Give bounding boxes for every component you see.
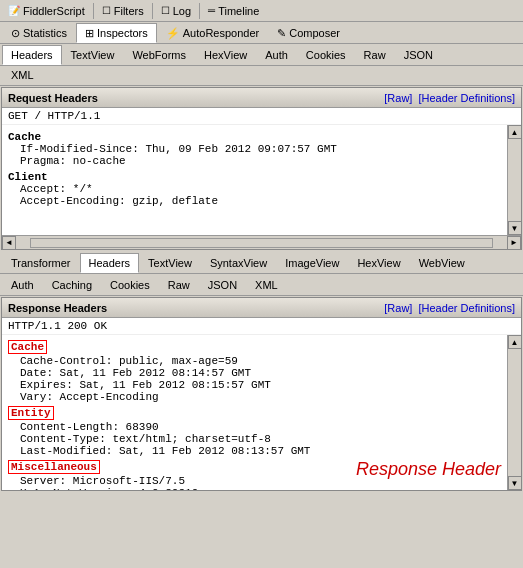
tab-resp-xml[interactable]: XML [246,275,287,295]
toolbar-sep-1 [93,3,94,19]
resp-vscroll-down-btn[interactable]: ▼ [508,476,522,490]
log-icon: ☐ [161,5,170,16]
filters-icon: ☐ [102,5,111,16]
req-header-line: Accept-Encoding: gzip, deflate [8,195,515,207]
request-header-defs-link[interactable]: [Header Definitions] [418,92,515,104]
tab-resp-caching[interactable]: Caching [43,275,101,295]
toolbar-sep-3 [199,3,200,19]
resp-header-line: X-AspNet-Version: 4.0.30319 [8,487,505,490]
resp-header-line: Vary: Accept-Encoding [8,391,505,403]
resp-section-misc: Miscellaneous [8,460,100,474]
request-raw-link[interactable]: [Raw] [384,92,412,104]
request-http-line: GET / HTTP/1.1 [2,108,521,125]
tab-response-textview[interactable]: TextView [139,253,201,273]
tab-textview[interactable]: TextView [62,45,124,65]
vscroll-up-btn[interactable]: ▲ [508,125,522,139]
hscroll-right-btn[interactable]: ► [507,236,521,250]
xml-subtab-row: XML [0,66,523,86]
tab-inspectors[interactable]: ⊞ Inspectors [76,23,157,43]
main-toolbar: 📝 FiddlerScript ☐ Filters ☐ Log ═ Timeli… [0,0,523,22]
tab-response-headers[interactable]: Headers [80,253,140,273]
request-headers-section: Request Headers [Raw] [Header Definition… [1,87,522,250]
request-headers-title: Request Headers [8,92,98,104]
timeline-button[interactable]: ═ Timeline [202,4,265,18]
response-http-line: HTTP/1.1 200 OK [2,318,521,335]
tab-resp-auth[interactable]: Auth [2,275,43,295]
tab-syntaxview[interactable]: SyntaxView [201,253,276,273]
autoresponder-icon: ⚡ [166,27,180,40]
resp-header-line: Content-Length: 68390 [8,421,505,433]
statistics-icon: ⊙ [11,27,20,40]
request-vscroll[interactable]: ▲ ▼ [507,125,521,235]
resp-vscroll-up-btn[interactable]: ▲ [508,335,522,349]
timeline-icon: ═ [208,5,215,16]
tab-imageview[interactable]: ImageView [276,253,348,273]
resp-header-line: Last-Modified: Sat, 11 Feb 2012 08:13:57… [8,445,505,457]
fiddlerscript-icon: 📝 [8,5,20,16]
vscroll-down-btn[interactable]: ▼ [508,221,522,235]
req-header-line: If-Modified-Since: Thu, 09 Feb 2012 09:0… [8,143,515,155]
resp-header-line: Server: Microsoft-IIS/7.5 [8,475,505,487]
request-header-links: [Raw] [Header Definitions] [384,92,515,104]
tab-statistics[interactable]: ⊙ Statistics [2,23,76,43]
tab-transformer[interactable]: Transformer [2,253,80,273]
composer-icon: ✎ [277,27,286,40]
log-button[interactable]: ☐ Log [155,4,197,18]
resp-header-line: Date: Sat, 11 Feb 2012 08:14:57 GMT [8,367,505,379]
response-header-links: [Raw] [Header Definitions] [384,302,515,314]
tab-headers[interactable]: Headers [2,45,62,65]
tab-auth[interactable]: Auth [256,45,297,65]
request-hscroll[interactable]: ◄ ► [2,235,521,249]
tab-autoresponder[interactable]: ⚡ AutoResponder [157,23,268,43]
inspectors-icon: ⊞ [85,27,94,40]
request-headers-panel-header: Request Headers [Raw] [Header Definition… [2,88,521,108]
toolbar-sep-2 [152,3,153,19]
tab-webforms[interactable]: WebForms [123,45,195,65]
subtab-xml[interactable]: XML [2,67,43,85]
tab-resp-raw[interactable]: Raw [159,275,199,295]
tab-resp-cookies[interactable]: Cookies [101,275,159,295]
tab-response-hexview[interactable]: HexView [348,253,409,273]
req-header-line: Pragma: no-cache [8,155,515,167]
tab-hexview[interactable]: HexView [195,45,256,65]
vscroll-track[interactable] [509,139,521,221]
tab-webview[interactable]: WebView [410,253,474,273]
req-header-line: Accept: */* [8,183,515,195]
response-raw-link[interactable]: [Raw] [384,302,412,314]
main-tab-row: ⊙ Statistics ⊞ Inspectors ⚡ AutoResponde… [0,22,523,44]
filters-button[interactable]: ☐ Filters [96,4,150,18]
resp-header-line: Expires: Sat, 11 Feb 2012 08:15:57 GMT [8,379,505,391]
response-headers-panel-header: Response Headers [Raw] [Header Definitio… [2,298,521,318]
response-header-defs-link[interactable]: [Header Definitions] [418,302,515,314]
resp-section-cache: Cache [8,340,47,354]
resp-header-line: Cache-Control: public, max-age=59 [8,355,505,367]
resp-header-line: Content-Type: text/html; charset=utf-8 [8,433,505,445]
hscroll-left-btn[interactable]: ◄ [2,236,16,250]
response-vscroll[interactable]: ▲ ▼ [507,335,521,490]
inspector-tab-row: Headers TextView WebForms HexView Auth C… [0,44,523,66]
tab-json[interactable]: JSON [395,45,442,65]
resp-section-entity: Entity [8,406,54,420]
fiddlerscript-button[interactable]: 📝 FiddlerScript [2,4,91,18]
req-section-cache: Cache [8,131,515,143]
req-section-client: Client [8,171,515,183]
hscroll-track[interactable] [30,238,493,248]
tab-cookies[interactable]: Cookies [297,45,355,65]
response-headers-content[interactable]: Cache Cache-Control: public, max-age=59 … [2,335,521,490]
response-tab-row-2: Auth Caching Cookies Raw JSON XML [0,274,523,296]
response-headers-title: Response Headers [8,302,107,314]
response-tab-row-1: Transformer Headers TextView SyntaxView … [0,252,523,274]
tab-raw[interactable]: Raw [355,45,395,65]
request-headers-content[interactable]: Cache If-Modified-Since: Thu, 09 Feb 201… [2,125,521,235]
resp-vscroll-track[interactable] [509,349,521,476]
tab-resp-json[interactable]: JSON [199,275,246,295]
tab-composer[interactable]: ✎ Composer [268,23,349,43]
response-headers-section: Response Headers [Raw] [Header Definitio… [1,297,522,491]
